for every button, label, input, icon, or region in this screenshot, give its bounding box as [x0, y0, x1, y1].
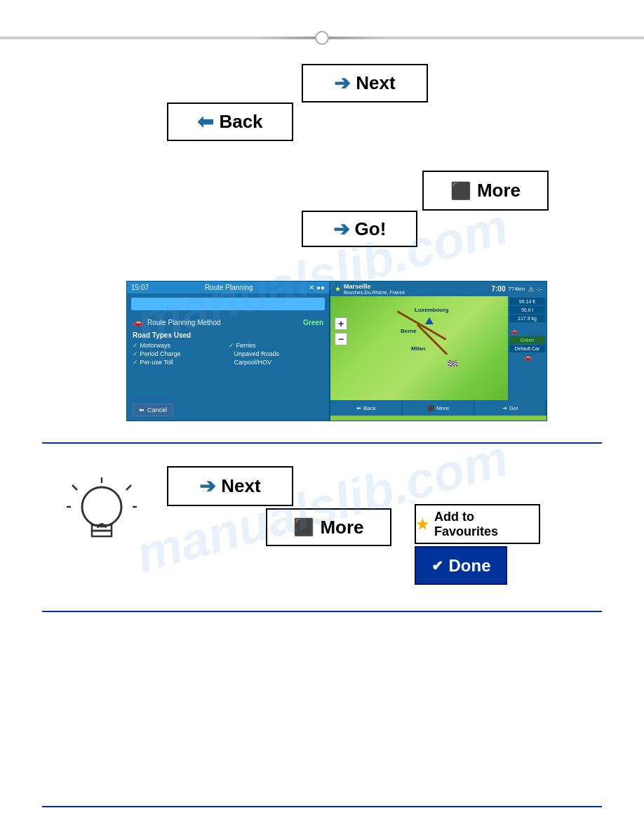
map-header-left: ★ Marseille Bouches-Du-Rhône, France — [335, 283, 405, 295]
svg-line-4 — [72, 485, 77, 490]
route-panel-header: 15:07 Route Planning ✕ ●● — [127, 282, 329, 293]
route-method-label: Route Planning Method — [147, 319, 299, 326]
road-type-carpool: Carpool/HOV — [229, 359, 323, 366]
route-method-value: Green — [303, 319, 323, 326]
map-more-icon: ⬛ — [427, 405, 434, 411]
more-icon: ⬛ — [450, 181, 471, 201]
map-stat-mode: Green — [509, 336, 545, 344]
map-zoom-in-button[interactable]: + — [335, 317, 347, 330]
arrow-left-icon: ⬅ — [197, 110, 213, 133]
route-planning-panel: 15:07 Route Planning ✕ ●● 🚗 Route Planni… — [126, 281, 330, 421]
map-position-marker — [425, 317, 434, 324]
add-to-favourites-button[interactable]: ★ Add to Favourites — [415, 504, 540, 544]
go-button-1[interactable]: ➔ Go! — [302, 211, 417, 247]
route-method-row: 🚗 Route Planning Method Green — [127, 315, 329, 330]
done-button[interactable]: ✔ Done — [415, 546, 507, 585]
route-cancel-button[interactable]: ⬅ Cancel — [133, 404, 173, 416]
map-go-arrow-icon: ➔ — [502, 405, 507, 411]
road-type-per-use-toll: ✓ Per-use Toll — [133, 359, 227, 366]
map-city-name: Marseille — [344, 283, 405, 290]
next-button-1[interactable]: ➔ Next — [302, 64, 428, 102]
road-type-unpaved: Unpaved Roads — [229, 350, 323, 357]
route-panel-time: 15:07 — [131, 284, 149, 291]
map-right-panel: 96.14 € 50.6 l 117.9 kg 🚗 Green Default … — [508, 296, 546, 400]
section3-bottom-rule — [42, 611, 602, 612]
map-stat-co2: 117.9 kg — [509, 315, 545, 322]
route-panel-close-icon: ✕ ●● — [309, 284, 325, 291]
map-go-button[interactable]: ➔ Go! — [474, 400, 546, 416]
arrow-cancel-icon: ⬅ — [139, 406, 145, 413]
map-footer: ⬅ Back ⬛ More ➔ Go! — [330, 400, 546, 416]
road-type-ferries: ✓ Ferries — [229, 342, 323, 349]
top-circle-decoration — [315, 31, 329, 45]
map-city-region: Bouches-Du-Rhône, France — [344, 290, 405, 295]
tip-lightbulb-icon — [67, 477, 137, 562]
route-road-types-title: Road Types Used — [127, 330, 329, 340]
map-stat-cost: 96.14 € — [509, 298, 545, 305]
svg-point-0 — [82, 487, 121, 527]
map-header: ★ Marseille Bouches-Du-Rhône, France 7:0… — [330, 282, 546, 296]
page-bottom-rule — [42, 806, 602, 807]
checkmark-icon: ✔ — [431, 557, 443, 574]
map-more-button[interactable]: ⬛ More — [403, 400, 475, 416]
map-back-button[interactable]: ⬅ Back — [330, 400, 403, 416]
more-button-1[interactable]: ⬛ More — [422, 171, 549, 211]
more-button-3[interactable]: ⬛ More — [266, 508, 391, 546]
map-label-luxembourg: Luxembourg — [415, 307, 448, 313]
road-type-motorways: ✓ Motorways — [133, 342, 227, 349]
map-stat-vehicle: Default Car — [509, 345, 545, 352]
warning-icon: ⚠ — [528, 286, 534, 293]
arrow-right-icon: ➔ — [334, 72, 350, 95]
map-header-right: 7:00 774km ⚠ -:- — [491, 285, 542, 293]
more3-icon: ⬛ — [293, 517, 314, 537]
map-time: 7:00 — [491, 285, 505, 293]
star-icon: ★ — [416, 516, 429, 533]
route-road-types: ✓ Motorways ✓ Ferries ✓ Period Charge Un… — [127, 340, 329, 367]
arrow-go-icon: ➔ — [333, 218, 349, 241]
back-button-1[interactable]: ⬅ Back — [167, 102, 293, 141]
svg-line-5 — [126, 485, 131, 490]
arrow-next3-icon: ➔ — [199, 475, 215, 498]
map-zoom-out-button[interactable]: − — [335, 333, 347, 345]
map-stat-fuel: 50.6 l — [509, 306, 545, 314]
route-panel-title: Route Planning — [205, 284, 253, 291]
next-button-3[interactable]: ➔ Next — [167, 466, 293, 506]
map-label-berne: Berne — [401, 328, 417, 334]
map-label-milan: Milan — [411, 345, 425, 352]
map-destination-flag: 🏁 — [446, 359, 458, 371]
route-search-bar — [131, 298, 325, 310]
dash-separator: -:- — [537, 286, 543, 293]
screenshot-area: 15:07 Route Planning ✕ ●● 🚗 Route Planni… — [126, 281, 547, 421]
map-panel: ★ Marseille Bouches-Du-Rhône, France 7:0… — [330, 281, 547, 421]
section3-top-rule — [42, 442, 602, 444]
map-route-line — [397, 310, 447, 340]
svg-rect-2 — [92, 531, 112, 536]
map-content: Luxembourg Berne Milan 🏁 + − 96.14 € 50.… — [330, 296, 546, 400]
map-distance: 774km — [508, 286, 525, 292]
map-back-arrow-icon: ⬅ — [356, 405, 361, 411]
road-type-period-charge: ✓ Period Charge — [133, 350, 227, 357]
